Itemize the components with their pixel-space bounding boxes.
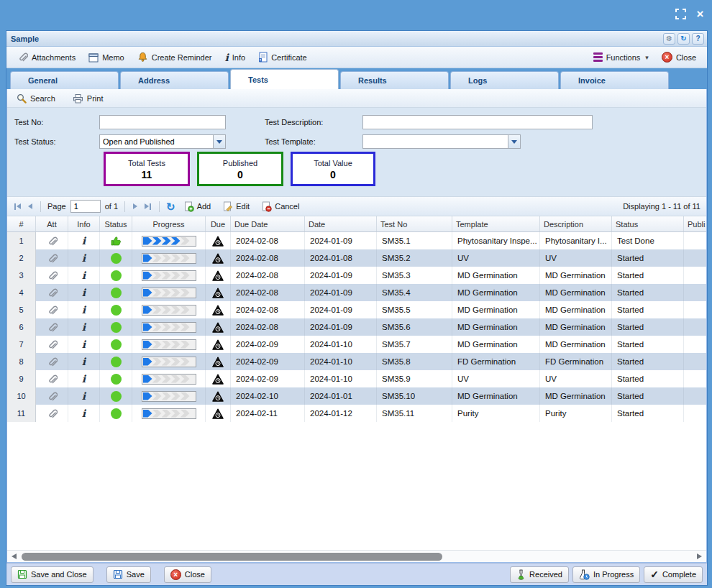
- certificate-button[interactable]: Certificate: [253, 50, 312, 65]
- attachment-cell[interactable]: [36, 336, 68, 353]
- complete-button[interactable]: ✓ Complete: [644, 566, 703, 583]
- table-row[interactable]: 8 i 2024-02-09 2024-01-10 SM35.8 FD Germ…: [7, 353, 706, 370]
- col-header-info[interactable]: Info: [68, 216, 100, 231]
- info-cell[interactable]: i: [68, 301, 100, 318]
- paperclip-icon: [47, 270, 58, 281]
- table-row[interactable]: 3 i 2024-02-08 2024-01-09 SM35.3 MD Germ…: [7, 267, 706, 284]
- col-header-due[interactable]: Due: [206, 216, 231, 231]
- settings-gear-icon[interactable]: ⚙: [663, 33, 675, 45]
- col-header-progress[interactable]: Progress: [132, 216, 206, 231]
- page-number-input[interactable]: [70, 200, 101, 213]
- col-header-test-no[interactable]: Test No: [377, 216, 452, 231]
- scroll-right-icon[interactable]: [697, 553, 702, 559]
- attachment-cell[interactable]: [36, 387, 68, 405]
- window-close-icon[interactable]: ×: [694, 8, 706, 20]
- close-button[interactable]: × Close: [657, 50, 701, 65]
- print-button[interactable]: Print: [68, 91, 109, 106]
- info-cell[interactable]: i: [68, 353, 100, 370]
- save-button[interactable]: Save: [106, 566, 151, 583]
- attachment-cell[interactable]: [36, 301, 68, 318]
- attachments-button[interactable]: Attachments: [12, 50, 81, 65]
- table-row[interactable]: 5 i 2024-02-08 2024-01-09 SM35.5 MD Germ…: [7, 301, 706, 318]
- table-row[interactable]: 11 i 2024-02-11 2024-01-12 SM35.11 Purit…: [7, 405, 706, 422]
- table-row[interactable]: 2 i 2024-02-08 2024-01-08 SM35.2 UV UV: [7, 249, 706, 267]
- tab-invoice[interactable]: Invoice: [560, 71, 669, 89]
- info-cell[interactable]: i: [68, 284, 100, 301]
- attachment-cell[interactable]: [36, 318, 68, 336]
- help-icon[interactable]: ?: [692, 33, 704, 45]
- scrollbar-thumb[interactable]: [22, 553, 442, 561]
- test-description-input[interactable]: [362, 115, 593, 129]
- attachment-cell[interactable]: [36, 249, 68, 267]
- add-button[interactable]: Add: [180, 200, 215, 213]
- info-button[interactable]: i Info: [219, 50, 250, 65]
- col-header-due-date[interactable]: Due Date: [231, 216, 305, 231]
- test-status-combo[interactable]: [99, 134, 226, 149]
- received-button[interactable]: Received: [510, 566, 569, 583]
- previous-page-button[interactable]: [27, 202, 34, 211]
- col-header-description[interactable]: Description: [540, 216, 612, 231]
- scroll-left-icon[interactable]: [12, 553, 17, 559]
- last-page-button[interactable]: [143, 202, 152, 211]
- table-row[interactable]: 1 i 2024-02-08 2024-01-09 SM35.: [7, 232, 706, 249]
- search-button[interactable]: Search: [12, 91, 60, 106]
- tab-results[interactable]: Results: [340, 71, 449, 89]
- next-page-button[interactable]: [132, 202, 139, 211]
- col-header-published[interactable]: Publis: [684, 216, 706, 231]
- create-reminder-button[interactable]: Create Reminder: [132, 50, 217, 65]
- progress-segment: [171, 341, 181, 349]
- table-row[interactable]: 6 i 2024-02-08 2024-01-09 SM35.6 MD Germ…: [7, 318, 706, 336]
- test-status-dropdown-icon[interactable]: [213, 135, 225, 148]
- memo-button[interactable]: Memo: [83, 50, 129, 65]
- attachment-cell[interactable]: [36, 267, 68, 284]
- info-cell[interactable]: i: [68, 249, 100, 267]
- test-no-input[interactable]: [99, 115, 226, 129]
- tab-address[interactable]: Address: [120, 71, 229, 89]
- col-header-num[interactable]: #: [7, 216, 36, 231]
- table-row[interactable]: 4 i 2024-02-08 2024-01-09 SM35.4 MD Germ…: [7, 284, 706, 301]
- attachment-cell[interactable]: [36, 405, 68, 422]
- progress-bar: [142, 288, 196, 298]
- tab-tests[interactable]: Tests: [230, 69, 339, 89]
- info-cell[interactable]: i: [68, 318, 100, 336]
- col-header-status[interactable]: Status: [100, 216, 132, 231]
- test-template-value[interactable]: [363, 135, 508, 148]
- in-progress-button[interactable]: In Progress: [572, 566, 640, 583]
- close-footer-button[interactable]: × Close: [164, 566, 211, 583]
- tab-logs[interactable]: Logs: [450, 71, 559, 89]
- col-header-template[interactable]: Template: [452, 216, 540, 231]
- info-cell[interactable]: i: [68, 370, 100, 387]
- horizontal-scrollbar[interactable]: [7, 550, 706, 562]
- grid-refresh-icon[interactable]: ↻: [166, 201, 175, 212]
- table-row[interactable]: 7 i 2024-02-09 2024-01-10 SM35.7 MD Germ…: [7, 336, 706, 353]
- test-no-cell: SM35.5: [377, 301, 452, 318]
- test-template-combo[interactable]: [362, 134, 521, 149]
- tests-tab-content: Search Print Test No: Test Description: …: [6, 89, 707, 563]
- separator: [124, 201, 125, 212]
- fullscreen-icon[interactable]: [675, 8, 687, 20]
- test-template-dropdown-icon[interactable]: [508, 135, 520, 148]
- first-page-button[interactable]: [13, 202, 22, 211]
- save-and-close-button[interactable]: Save and Close: [11, 566, 93, 583]
- col-header-status2[interactable]: Status: [612, 216, 684, 231]
- info-cell[interactable]: i: [68, 232, 100, 249]
- col-header-date[interactable]: Date: [305, 216, 377, 231]
- table-row[interactable]: 10 i 2024-02-10 2024-01-01 SM35.10 MD Ge…: [7, 387, 706, 405]
- cancel-button[interactable]: Cancel: [257, 200, 303, 213]
- info-cell[interactable]: i: [68, 405, 100, 422]
- table-row[interactable]: 9 i 2024-02-09 2024-01-10 SM35.9 UV UV: [7, 370, 706, 387]
- progress-segment: [162, 237, 171, 245]
- edit-button[interactable]: Edit: [219, 200, 253, 213]
- info-cell[interactable]: i: [68, 336, 100, 353]
- test-status-value[interactable]: [100, 135, 213, 148]
- attachment-cell[interactable]: [36, 284, 68, 301]
- col-header-att[interactable]: Att: [36, 216, 68, 231]
- tab-general[interactable]: General: [10, 71, 119, 89]
- attachment-cell[interactable]: [36, 353, 68, 370]
- info-cell[interactable]: i: [68, 387, 100, 405]
- attachment-cell[interactable]: [36, 232, 68, 249]
- attachment-cell[interactable]: [36, 370, 68, 387]
- refresh-icon[interactable]: ↻: [677, 33, 690, 45]
- info-cell[interactable]: i: [68, 267, 100, 284]
- functions-button[interactable]: Functions ▾: [588, 50, 654, 64]
